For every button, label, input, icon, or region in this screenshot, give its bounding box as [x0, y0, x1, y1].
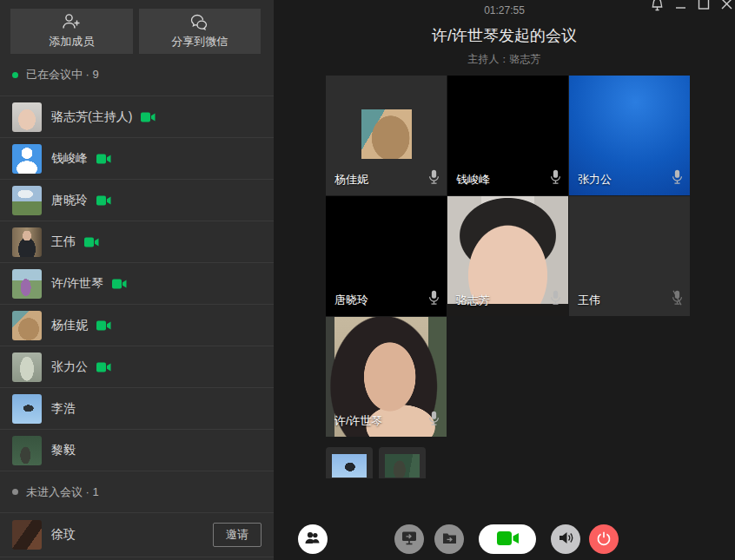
avatar	[12, 144, 42, 174]
mic-icon	[671, 168, 684, 189]
invite-button[interactable]: 邀请	[213, 523, 262, 547]
avatar	[12, 269, 42, 299]
participant-name: 杨佳妮	[51, 318, 88, 333]
avatar	[12, 394, 42, 424]
camera-on-icon	[496, 530, 520, 549]
mic-icon	[549, 289, 562, 310]
mic-icon	[427, 168, 440, 189]
participant-name: 骆志芳(主持人)	[51, 109, 132, 125]
participant-row[interactable]: 钱峻峰	[0, 137, 274, 179]
video-grid: 杨佳妮 钱峻峰 张力公 唐晓玲	[326, 76, 692, 437]
screen-share-icon	[401, 530, 417, 548]
add-member-icon	[61, 13, 82, 30]
avatar	[12, 102, 42, 132]
close-button[interactable]	[721, 0, 732, 13]
minimize-button[interactable]	[675, 0, 686, 13]
camera-on-icon	[141, 112, 156, 122]
screen-share-button[interactable]	[394, 524, 424, 554]
add-member-button[interactable]: 添加成员	[10, 9, 133, 54]
participant-name: 唐晓玲	[51, 193, 88, 208]
mic-icon	[427, 410, 440, 431]
not-joined-section-label: 未进入会议 · 1	[26, 484, 99, 500]
participant-name: 徐玟	[51, 527, 76, 543]
participant-row[interactable]: 许/许世琴	[0, 262, 274, 304]
add-member-label: 添加成员	[49, 34, 94, 49]
speaker-button[interactable]	[551, 524, 580, 554]
participant-row[interactable]: 骆志芳(主持人)	[0, 96, 274, 137]
meeting-toolbar	[274, 524, 735, 554]
camera-on-icon	[112, 279, 127, 289]
participant-name: 钱峻峰	[51, 151, 88, 167]
participant-row[interactable]: 唐晓玲	[0, 179, 274, 221]
camera-on-icon	[96, 320, 111, 331]
meeting-title: 许/许世琴发起的会议	[274, 25, 735, 46]
tile-participant-name: 唐晓玲	[334, 293, 368, 308]
gray-status-dot	[12, 489, 18, 495]
tile-participant-name: 钱峻峰	[456, 172, 490, 188]
speaker-icon	[558, 530, 574, 548]
participant-name: 王伟	[51, 234, 76, 250]
video-tile[interactable]: 唐晓玲	[326, 196, 447, 316]
people-icon	[304, 531, 321, 548]
tile-participant-name: 杨佳妮	[334, 172, 368, 188]
video-thumbnail[interactable]	[379, 447, 426, 478]
participant-name: 黎毅	[51, 443, 76, 458]
green-status-dot	[12, 72, 18, 78]
members-button[interactable]	[298, 524, 328, 554]
camera-on-icon	[96, 362, 111, 372]
video-tile[interactable]: 杨佳妮	[326, 76, 447, 195]
not-joined-section-header: 未进入会议 · 1	[0, 471, 274, 512]
participant-name: 张力公	[51, 359, 88, 375]
participant-row[interactable]: 杨佳妮	[0, 304, 274, 346]
mic-icon	[549, 168, 562, 189]
participant-row[interactable]: 黎毅	[0, 429, 274, 471]
avatar	[12, 186, 42, 215]
window-controls	[651, 0, 732, 13]
share-to-wechat-label: 分享到微信	[171, 34, 228, 49]
joined-section-header: 已在会议中 · 9	[0, 54, 274, 96]
wechat-icon	[189, 13, 210, 30]
joined-section-label: 已在会议中 · 9	[26, 67, 99, 82]
participant-name: 李浩	[51, 401, 76, 417]
mic-muted-icon	[671, 289, 684, 310]
tile-participant-name: 张力公	[578, 172, 612, 188]
avatar	[12, 520, 42, 550]
not-joined-row: 徐玟 邀请	[0, 512, 274, 557]
tile-participant-name: 许/许世琴	[334, 413, 383, 429]
participant-row[interactable]: 李浩	[0, 387, 274, 429]
video-thumbnail[interactable]	[326, 447, 373, 478]
camera-on-icon	[84, 237, 99, 247]
notification-bell-icon[interactable]	[651, 0, 664, 13]
mic-icon	[427, 289, 440, 310]
video-tile[interactable]: 骆志芳	[447, 196, 568, 316]
thumbnail-row	[326, 447, 426, 478]
file-share-button[interactable]	[434, 524, 464, 554]
maximize-button[interactable]	[698, 0, 710, 13]
video-tile[interactable]: 许/许世琴	[326, 317, 447, 437]
participants-sidebar: 添加成员 分享到微信 已在会议中 · 9 骆志芳(主持人)	[0, 0, 274, 560]
video-tile[interactable]: 张力公	[569, 76, 690, 195]
participant-name: 许/许世琴	[51, 276, 103, 292]
share-to-wechat-button[interactable]: 分享到微信	[139, 9, 262, 54]
power-icon	[596, 530, 612, 549]
participant-row[interactable]: 张力公	[0, 346, 274, 387]
participant-row[interactable]: 王伟	[0, 221, 274, 262]
tile-participant-name: 骆志芳	[456, 293, 490, 308]
avatar	[12, 227, 42, 257]
avatar	[12, 352, 42, 382]
meeting-main-area: 01:27:55 许/许世琴发起的会议	[274, 0, 735, 560]
avatar	[12, 436, 42, 465]
tile-participant-name: 王伟	[578, 293, 600, 308]
meeting-host: 主持人：骆志芳	[274, 52, 735, 67]
camera-on-icon	[96, 195, 111, 206]
video-tile[interactable]: 王伟	[569, 196, 690, 316]
camera-toggle-button[interactable]	[479, 524, 536, 554]
video-tile[interactable]: 钱峻峰	[447, 76, 568, 195]
meeting-window: 添加成员 分享到微信 已在会议中 · 9 骆志芳(主持人)	[0, 0, 735, 560]
end-meeting-button[interactable]	[589, 524, 619, 554]
titlebar: 01:27:55	[274, 0, 735, 19]
avatar	[12, 311, 42, 340]
camera-on-icon	[96, 154, 111, 164]
folder-share-icon	[442, 532, 457, 547]
participant-list: 骆志芳(主持人) 钱峻峰 唐晓玲 王伟	[0, 96, 274, 471]
